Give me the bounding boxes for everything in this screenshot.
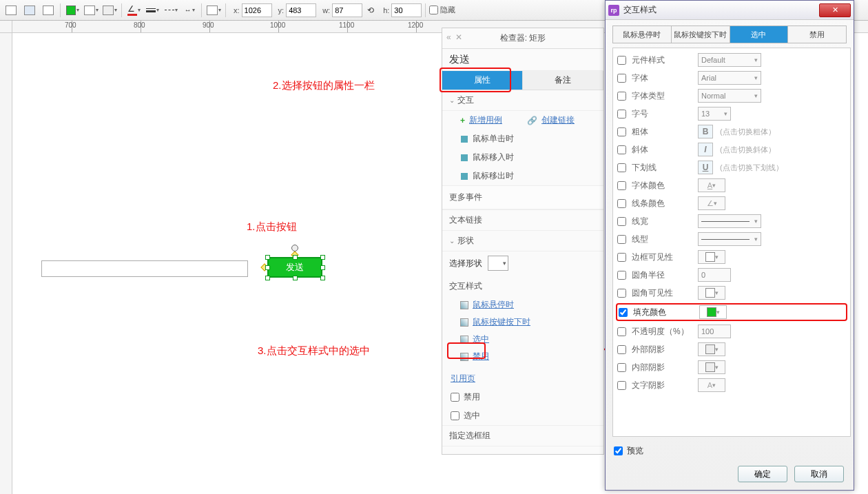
line-weight-icon[interactable]: ▾ (144, 3, 161, 18)
resize-handle-icon[interactable] (265, 255, 270, 260)
prop-italic-check[interactable] (617, 145, 626, 154)
style-hover-link[interactable]: 鼠标悬停时 (473, 299, 514, 311)
prop-opacity-check[interactable] (617, 327, 626, 336)
prop-line-style-check[interactable] (617, 235, 626, 244)
shadow-icon[interactable]: ▾ (101, 3, 118, 18)
corner-radius-input[interactable]: 0 (698, 268, 731, 282)
add-case-link[interactable]: 新增用例 (469, 114, 502, 126)
w-input[interactable] (332, 3, 362, 17)
style-mousedown-row[interactable]: 鼠标按键按下时 (442, 313, 603, 331)
tab-properties[interactable]: 属性 (442, 71, 523, 90)
more-events-row[interactable]: 更多事件 (442, 185, 603, 209)
font-color-picker[interactable]: A (698, 178, 725, 192)
line-color-icon[interactable]: ∠▾ (125, 3, 142, 18)
style-disabled-row[interactable]: 禁用 (442, 348, 603, 365)
style-disabled-link[interactable]: 禁用 (473, 351, 489, 362)
opacity-input[interactable]: 100 (698, 325, 731, 338)
prop-underline-check[interactable] (617, 163, 626, 172)
section-text-link[interactable]: 文本链接 (442, 209, 603, 231)
selected-widget[interactable]: 发送 (260, 250, 329, 285)
fill-color-icon[interactable]: ▾ (64, 3, 81, 18)
prop-font-size-dropdown[interactable]: 13 (698, 107, 731, 121)
prop-line-width-check[interactable] (617, 217, 626, 226)
h-input[interactable] (391, 3, 422, 17)
section-shape[interactable]: ⌄形状 (442, 231, 603, 251)
send-button-widget[interactable]: 发送 (267, 257, 322, 278)
prop-widget-style-check[interactable] (617, 56, 626, 65)
resize-handle-icon[interactable] (293, 255, 298, 260)
vdist-icon[interactable]: ▾ (205, 3, 222, 18)
fill-color-picker[interactable] (699, 305, 727, 319)
line-style-dropdown[interactable] (698, 232, 761, 246)
prop-font-dropdown[interactable]: Arial (698, 71, 761, 85)
x-input[interactable] (242, 3, 272, 17)
dialog-titlebar[interactable]: rp 交互样式 ✕ (606, 1, 854, 20)
arrow-style-icon[interactable]: ↔▾ (181, 3, 198, 18)
text-shadow-picker[interactable]: A (698, 378, 725, 392)
prop-font-color-check[interactable] (617, 181, 626, 190)
tab-notes[interactable]: 备注 (523, 71, 603, 90)
y-input[interactable] (286, 3, 316, 17)
prop-line-color-check[interactable] (617, 199, 626, 208)
italic-toggle[interactable]: I (698, 143, 713, 156)
line-style-icon[interactable]: ▾ (163, 3, 179, 18)
resize-handle-icon[interactable] (320, 255, 325, 260)
section-interaction[interactable]: ⌄交互 (442, 90, 603, 111)
prop-corner-radius-check[interactable] (617, 271, 626, 280)
style-selected-link[interactable]: 选中 (473, 333, 489, 345)
outer-shadow-picker[interactable] (698, 342, 725, 356)
border-vis-picker[interactable] (698, 250, 725, 264)
cancel-button[interactable]: 取消 (794, 466, 844, 482)
line-width-dropdown[interactable] (698, 214, 761, 228)
underline-toggle[interactable]: U (698, 161, 713, 174)
shape-picker[interactable] (488, 256, 508, 271)
dlg-tab-mousedown[interactable]: 鼠标按键按下时 (672, 26, 730, 43)
resize-handle-icon[interactable] (320, 265, 325, 270)
prop-bold-check[interactable] (617, 127, 626, 136)
inner-shadow-picker[interactable] (698, 360, 725, 374)
prop-font-size-check[interactable] (617, 110, 626, 119)
align-center-icon[interactable] (21, 3, 38, 18)
corner-vis-picker[interactable] (698, 286, 725, 300)
prop-fill-color-check[interactable] (619, 308, 628, 317)
event-onclick[interactable]: 鼠标单击时 (442, 130, 603, 148)
dlg-tab-disabled[interactable]: 禁用 (788, 26, 846, 43)
border-style-icon[interactable]: ▾ (83, 3, 99, 18)
rotate-handle-icon[interactable] (291, 245, 298, 251)
close-panel-icon[interactable]: ✕ (455, 32, 462, 42)
disabled-checkbox[interactable] (451, 393, 459, 402)
ok-button[interactable]: 确定 (738, 466, 787, 482)
close-button[interactable]: ✕ (819, 3, 851, 17)
lock-aspect-icon[interactable]: ⟲ (364, 3, 377, 18)
style-hover-row[interactable]: 鼠标悬停时 (442, 296, 603, 313)
line-color-picker[interactable]: ∠ (698, 196, 725, 210)
prop-outer-shadow-check[interactable] (617, 345, 626, 354)
resize-handle-icon[interactable] (265, 276, 270, 280)
prop-widget-style-dropdown[interactable]: Default (698, 53, 761, 67)
event-onmouseleave[interactable]: 鼠标移出时 (442, 167, 603, 185)
prop-font-type-check[interactable] (617, 92, 626, 101)
ref-page-link[interactable]: 引用页 (451, 373, 475, 384)
prop-font-check[interactable] (617, 74, 626, 83)
style-selected-row[interactable]: 选中 (442, 331, 603, 348)
hide-checkbox[interactable] (429, 6, 438, 14)
align-right-icon[interactable] (40, 3, 56, 18)
dlg-tab-selected[interactable]: 选中 (730, 26, 789, 43)
prop-text-shadow-check[interactable] (617, 381, 626, 390)
resize-handle-icon[interactable] (320, 276, 325, 280)
event-onmouseenter[interactable]: 鼠标移入时 (442, 148, 603, 167)
style-mousedown-link[interactable]: 鼠标按键按下时 (473, 316, 530, 328)
prop-corner-vis-check[interactable] (617, 289, 626, 298)
resize-handle-icon[interactable] (293, 276, 298, 280)
selected-checkbox[interactable] (451, 411, 459, 420)
create-link-link[interactable]: 创建链接 (541, 114, 575, 126)
prop-font-type-dropdown[interactable]: Normal (698, 89, 761, 103)
bold-toggle[interactable]: B (698, 125, 713, 138)
preview-checkbox[interactable] (614, 446, 623, 455)
align-left-icon[interactable] (3, 3, 19, 18)
dlg-tab-hover[interactable]: 鼠标悬停时 (613, 26, 672, 43)
resize-handle-icon[interactable] (265, 265, 270, 270)
prop-border-vis-check[interactable] (617, 253, 626, 262)
prop-inner-shadow-check[interactable] (617, 363, 626, 372)
collapse-icon[interactable]: « (446, 32, 451, 42)
